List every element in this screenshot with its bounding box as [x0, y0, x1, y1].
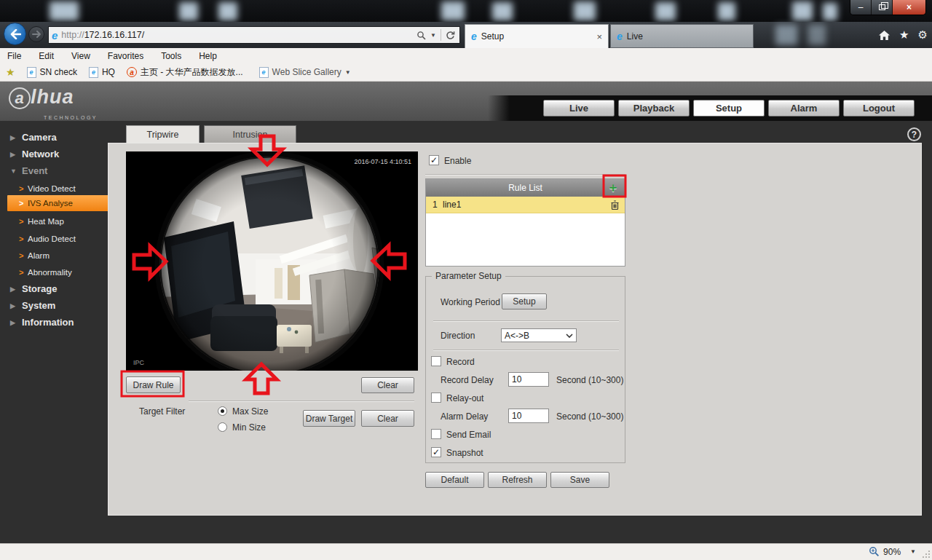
- alarm-delay-input[interactable]: [508, 409, 549, 423]
- chevron-right-icon: >: [19, 251, 23, 260]
- settings-gear-icon[interactable]: ⚙: [918, 28, 928, 42]
- menu-item-help[interactable]: Help: [199, 51, 217, 61]
- sidebar-item-alarm[interactable]: > Alarm: [0, 248, 111, 262]
- sidebar-item-ivs-analyse[interactable]: > IVS Analyse: [7, 195, 111, 211]
- min-size-label: Min Size: [232, 422, 266, 433]
- max-size-radio[interactable]: [218, 406, 227, 416]
- sidebar-item-label: Alarm: [28, 251, 50, 260]
- rule-list-row[interactable]: 1 line1: [426, 197, 625, 213]
- browser-tab-setup[interactable]: e Setup ×: [465, 24, 609, 48]
- record-delay-label: Record Delay: [441, 375, 494, 385]
- sidebar-item-label: Event: [22, 165, 47, 176]
- sidebar-item-event[interactable]: ▼ Event: [0, 164, 111, 178]
- triangle-right-icon: ▶: [10, 151, 15, 158]
- favorite-label: HQ: [102, 67, 115, 77]
- default-button[interactable]: Default: [425, 472, 484, 488]
- favorite-dahua-home[interactable]: a 主页 - 大华产品数据发放...: [127, 66, 243, 79]
- help-icon[interactable]: ?: [907, 127, 921, 141]
- clear-target-button[interactable]: Clear: [361, 410, 414, 427]
- clear-rule-button[interactable]: Clear: [361, 377, 414, 393]
- sidebar-item-audio-detect[interactable]: > Audio Detect: [0, 232, 111, 245]
- record-checkbox[interactable]: [431, 356, 441, 366]
- tab-tripwire[interactable]: Tripwire: [126, 125, 200, 143]
- url-scheme: http://: [61, 30, 84, 40]
- record-delay-input[interactable]: [508, 372, 549, 387]
- min-size-radio[interactable]: [218, 422, 227, 432]
- back-arrow-icon: [9, 29, 21, 39]
- add-favorite-star-icon[interactable]: ★: [6, 66, 15, 78]
- menu-item-favorites[interactable]: Favorites: [108, 51, 143, 61]
- favorite-sn-check[interactable]: e SN check: [27, 67, 77, 78]
- draw-rule-button[interactable]: Draw Rule: [126, 376, 181, 393]
- triangle-right-icon: ▶: [10, 319, 15, 326]
- menu-item-file[interactable]: File: [7, 51, 21, 61]
- save-button[interactable]: Save: [550, 472, 609, 488]
- menu-item-edit[interactable]: Edit: [39, 51, 54, 61]
- url-text[interactable]: http://172.16.16.117/: [61, 30, 416, 40]
- search-icon[interactable]: [416, 31, 426, 40]
- home-icon[interactable]: [878, 30, 890, 41]
- favorite-hq[interactable]: e HQ: [89, 67, 115, 78]
- draw-target-button[interactable]: Draw Target: [303, 410, 355, 427]
- address-bar[interactable]: e http://172.16.16.117/ ▼: [48, 26, 460, 44]
- direction-select[interactable]: A<->B: [501, 328, 577, 342]
- send-email-checkbox[interactable]: [431, 429, 441, 439]
- enable-checkbox[interactable]: ✓: [429, 155, 439, 165]
- browser-toolbar-icons: ★ ⚙: [878, 28, 928, 42]
- taskbar-thumbnail: [655, 2, 676, 20]
- minimize-button[interactable]: –: [850, 0, 872, 15]
- sidebar-item-label: Network: [22, 149, 59, 159]
- refresh-icon[interactable]: [446, 31, 455, 40]
- resize-grip[interactable]: [922, 550, 931, 559]
- nav-button-logout[interactable]: Logout: [843, 100, 915, 117]
- sidebar-item-network[interactable]: ▶ Network: [0, 147, 111, 161]
- zoom-control[interactable]: 90% ▼: [869, 546, 916, 557]
- refresh-button[interactable]: Refresh: [488, 472, 547, 488]
- taskbar-thumbnail: [718, 2, 735, 20]
- camera-preview[interactable]: 2016-07-15 4:10:51 IPC: [126, 151, 418, 371]
- sidebar-item-video-detect[interactable]: > Video Detect: [0, 181, 111, 195]
- ie-icon: e: [617, 31, 623, 42]
- tab-close-icon[interactable]: ×: [596, 31, 602, 42]
- sidebar-item-storage[interactable]: ▶ Storage: [0, 282, 111, 296]
- sidebar-item-label: Heat Map: [28, 217, 64, 226]
- taskbar-thumbnail: [492, 2, 513, 20]
- favorites-star-icon[interactable]: ★: [899, 28, 909, 42]
- menu-item-view[interactable]: View: [71, 51, 90, 61]
- taskbar-thumbnail: [179, 2, 198, 20]
- restore-button[interactable]: [872, 0, 893, 15]
- menu-item-tools[interactable]: Tools: [161, 51, 181, 61]
- delete-rule-button[interactable]: [611, 200, 619, 212]
- tab-intrusion[interactable]: Intrusion: [204, 125, 296, 143]
- sidebar-item-heat-map[interactable]: > Heat Map: [0, 214, 111, 228]
- sidebar-item-system[interactable]: ▶ System: [0, 299, 111, 312]
- nav-button-alarm[interactable]: Alarm: [768, 100, 840, 117]
- search-caret-icon[interactable]: ▼: [430, 32, 436, 39]
- address-divider: [441, 29, 441, 41]
- sidebar-item-information[interactable]: ▶ Information: [0, 315, 111, 329]
- forward-arrow-icon: [32, 31, 41, 38]
- browser-favorites-bar: ★ e SN check e HQ a 主页 - 大华产品数据发放... e W…: [0, 63, 932, 82]
- favorite-label: SN check: [40, 67, 77, 77]
- add-rule-button[interactable]: +: [606, 181, 620, 195]
- direction-value: A<->B: [505, 331, 529, 341]
- nav-button-live[interactable]: Live: [543, 100, 615, 117]
- relay-out-checkbox[interactable]: [431, 393, 441, 403]
- page-icon: e: [259, 67, 269, 78]
- window-titlebar: – ×: [0, 0, 932, 22]
- browser-tab-live[interactable]: e Live: [610, 24, 754, 48]
- back-button[interactable]: [4, 23, 26, 45]
- forward-button[interactable]: [28, 26, 44, 42]
- screen: – × e http://172.16.16.117/ ▼ e Setup: [0, 0, 932, 560]
- sidebar-item-abnormality[interactable]: > Abnormality: [0, 265, 111, 279]
- snapshot-checkbox[interactable]: ✓: [431, 447, 441, 457]
- favorite-web-slice-gallery[interactable]: e Web Slice Gallery ▼: [259, 67, 351, 78]
- working-period-setup-button[interactable]: Setup: [502, 293, 547, 309]
- sidebar-item-camera[interactable]: ▶ Camera: [0, 130, 111, 144]
- close-button[interactable]: ×: [893, 0, 925, 15]
- nav-button-setup[interactable]: Setup: [693, 100, 765, 117]
- navbar-glass-blur: [775, 25, 797, 45]
- chevron-down-icon: [566, 334, 573, 338]
- enable-label: Enable: [444, 156, 471, 166]
- nav-button-playback[interactable]: Playback: [618, 100, 690, 117]
